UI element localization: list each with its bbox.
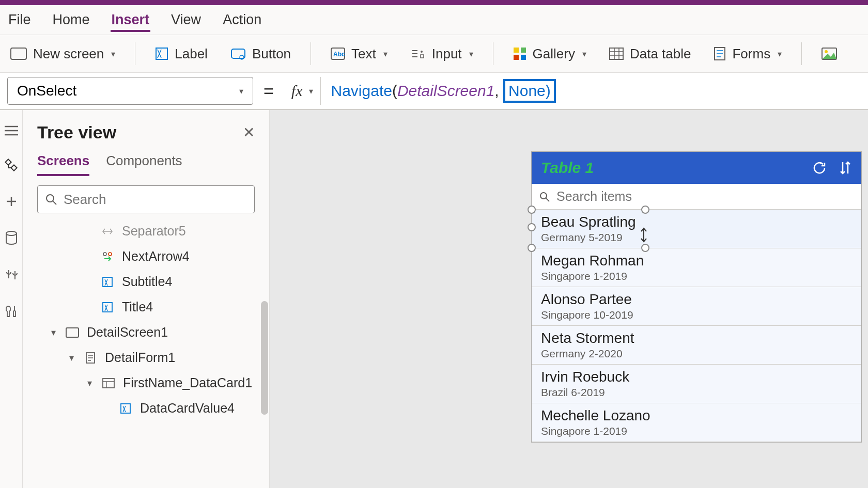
item-subtitle: Singapore 1-2019	[541, 425, 852, 437]
text-icon: Abc	[331, 48, 345, 60]
menu-insert[interactable]: Insert	[111, 8, 151, 32]
tree-item-subtitle4[interactable]: Subtitle4	[23, 269, 269, 294]
list-item[interactable]: Irvin Roebuck Brazil 6-2019	[532, 365, 861, 403]
divider	[493, 42, 493, 65]
selection-handle[interactable]	[528, 223, 536, 231]
textlabel-icon	[100, 300, 115, 314]
screen-icon	[10, 48, 27, 60]
datatable-button[interactable]: Data table	[604, 43, 696, 65]
search-icon	[539, 191, 550, 202]
svg-rect-7	[421, 55, 424, 58]
datacard-icon	[101, 376, 116, 390]
selection-handle[interactable]	[528, 206, 536, 214]
formula-input[interactable]: Navigate(DetailScreen1, None)	[331, 79, 556, 103]
tab-components[interactable]: Components	[106, 153, 182, 176]
item-subtitle: Singapore 10-2019	[541, 309, 852, 321]
tree-item-label: FirstName_DataCard1	[123, 375, 252, 390]
media-rail-icon[interactable]	[5, 268, 18, 284]
nextarrow-icon	[100, 249, 115, 264]
divider	[135, 42, 135, 65]
formula-token-fn: Navigate	[331, 82, 392, 100]
button-icon	[230, 47, 246, 60]
svg-point-18	[6, 231, 17, 235]
chevron-down-icon: ▾	[469, 49, 473, 59]
svg-point-28	[540, 193, 547, 199]
item-title: Megan Rohman	[541, 253, 852, 269]
label-btn-label: Label	[175, 46, 208, 62]
input-button[interactable]: Input ▾	[405, 43, 478, 65]
screen-icon	[65, 325, 80, 340]
gallery-button[interactable]: Gallery ▾	[508, 43, 592, 65]
tree-view-panel: Tree view ✕ Screens Components Separator…	[23, 110, 270, 488]
tree-item-nextarrow4[interactable]: NextArrow4	[23, 244, 269, 269]
tools-icon[interactable]	[5, 304, 18, 321]
tree-item-datacardvalue4[interactable]: DataCardValue4	[23, 396, 269, 421]
forms-btn-label: Forms	[732, 46, 770, 62]
list-item[interactable]: Megan Rohman Singapore 1-2019	[532, 248, 861, 287]
window-titlebar	[0, 0, 868, 5]
item-title: Alonso Partee	[541, 291, 852, 308]
equals-sign: =	[264, 81, 274, 101]
menu-view[interactable]: View	[170, 8, 202, 32]
divider	[801, 42, 802, 65]
app-search-input[interactable]	[556, 189, 854, 204]
tree-item-separator5[interactable]: Separator5	[23, 218, 269, 244]
tree-item-title4[interactable]: Title4	[23, 294, 269, 320]
formula-token-arg2-selected: None)	[503, 79, 556, 103]
list-item[interactable]: Beau Spratling Germany 5-2019	[532, 210, 861, 248]
selection-handle[interactable]	[641, 244, 649, 252]
chevron-down-icon[interactable]: ▾	[49, 327, 58, 338]
list-item[interactable]: Neta Storment Germany 2-2020	[532, 326, 861, 365]
input-icon	[410, 48, 426, 60]
tree-item-detailscreen1[interactable]: ▾ DetailScreen1	[23, 320, 269, 345]
svg-rect-2	[231, 49, 245, 58]
list-item[interactable]: Alonso Partee Singapore 10-2019	[532, 287, 861, 326]
data-icon[interactable]	[5, 231, 18, 247]
fx-button[interactable]: fx ▾	[284, 77, 321, 105]
list-item[interactable]: Mechelle Lozano Singapore 1-2019	[532, 403, 861, 442]
refresh-icon[interactable]	[812, 160, 827, 176]
selection-handle[interactable]	[641, 206, 649, 214]
sort-icon[interactable]	[839, 160, 852, 176]
chevron-down-icon[interactable]: ▾	[67, 352, 76, 364]
gallery-list: Beau Spratling Germany 5-2019 Megan Rohm…	[532, 210, 861, 442]
chevron-down-icon: ▾	[239, 86, 243, 96]
button-button[interactable]: Button	[225, 43, 296, 65]
item-title: Beau Spratling	[541, 214, 852, 230]
item-subtitle: Brazil 6-2019	[541, 386, 852, 399]
tree-item-label: DetailForm1	[105, 350, 175, 365]
tree-item-detailform1[interactable]: ▾ DetailForm1	[23, 345, 269, 370]
main-area: Tree view ✕ Screens Components Separator…	[0, 110, 868, 488]
svg-text:Abc: Abc	[333, 51, 345, 58]
label-button[interactable]: Label	[150, 43, 213, 65]
property-dropdown[interactable]: OnSelect ▾	[7, 77, 253, 105]
tree-search-input[interactable]	[64, 192, 247, 208]
hamburger-icon[interactable]	[5, 125, 18, 138]
svg-rect-10	[514, 55, 519, 60]
svg-rect-8	[514, 48, 519, 53]
textlabel-icon	[100, 275, 115, 289]
tab-screens[interactable]: Screens	[37, 153, 89, 176]
tree-item-label: NextArrow4	[122, 249, 190, 264]
canvas[interactable]: Table 1 Beau Spratling Germany 5-2019	[270, 110, 868, 488]
media-button[interactable]	[816, 44, 842, 63]
menu-file[interactable]: File	[7, 8, 32, 32]
menu-home[interactable]: Home	[52, 8, 91, 32]
tree-view-icon[interactable]	[5, 159, 18, 174]
menu-action[interactable]: Action	[222, 8, 262, 32]
svg-rect-26	[103, 379, 114, 388]
input-btn-label: Input	[432, 46, 462, 62]
scrollbar-thumb[interactable]	[261, 301, 268, 415]
text-button[interactable]: Abc Text ▾	[326, 43, 393, 65]
selection-handle[interactable]	[528, 244, 536, 252]
tree-search-box[interactable]	[37, 185, 255, 213]
chevron-down-icon: ▾	[778, 49, 782, 59]
tree-item-firstname-datacard[interactable]: ▾ FirstName_DataCard1	[23, 370, 269, 396]
chevron-down-icon[interactable]: ▾	[85, 377, 94, 389]
new-screen-button[interactable]: New screen ▾	[5, 43, 120, 65]
chevron-down-icon: ▾	[111, 49, 115, 59]
insert-icon[interactable]	[5, 195, 18, 210]
property-name: OnSelect	[17, 83, 76, 99]
forms-button[interactable]: Forms ▾	[708, 43, 787, 65]
close-icon[interactable]: ✕	[243, 124, 255, 141]
